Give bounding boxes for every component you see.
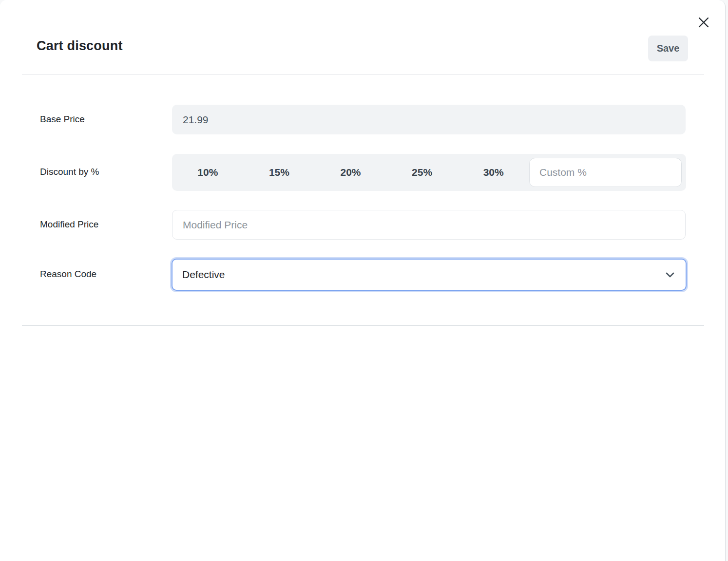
discount-15-button[interactable]: 15% <box>244 154 315 191</box>
body-divider <box>22 325 704 326</box>
discount-label: Discount by % <box>40 167 99 177</box>
discount-25-button[interactable]: 25% <box>386 154 458 191</box>
discount-30-button[interactable]: 30% <box>458 154 529 191</box>
cart-discount-modal: Cart discount Save Base Price Discount b… <box>0 0 726 561</box>
page-title: Cart discount <box>37 38 123 54</box>
custom-percent-input[interactable] <box>529 158 682 187</box>
discount-10-button[interactable]: 10% <box>172 154 244 191</box>
reason-code-value: Defective <box>182 269 664 280</box>
close-icon[interactable] <box>696 15 711 30</box>
base-price-label: Base Price <box>40 114 85 125</box>
close-x-glyph <box>697 16 710 29</box>
discount-20-button[interactable]: 20% <box>315 154 386 191</box>
discount-percent-group: 10% 15% 20% 25% 30% <box>172 154 686 191</box>
reason-code-select[interactable]: Defective <box>172 259 687 291</box>
chevron-down-icon <box>664 269 676 280</box>
header-divider <box>22 74 704 75</box>
save-button[interactable]: Save <box>648 36 688 61</box>
base-price-input[interactable] <box>172 105 686 134</box>
modified-price-input[interactable] <box>172 210 686 240</box>
reason-code-label: Reason Code <box>40 269 96 280</box>
modified-price-label: Modified Price <box>40 219 98 230</box>
